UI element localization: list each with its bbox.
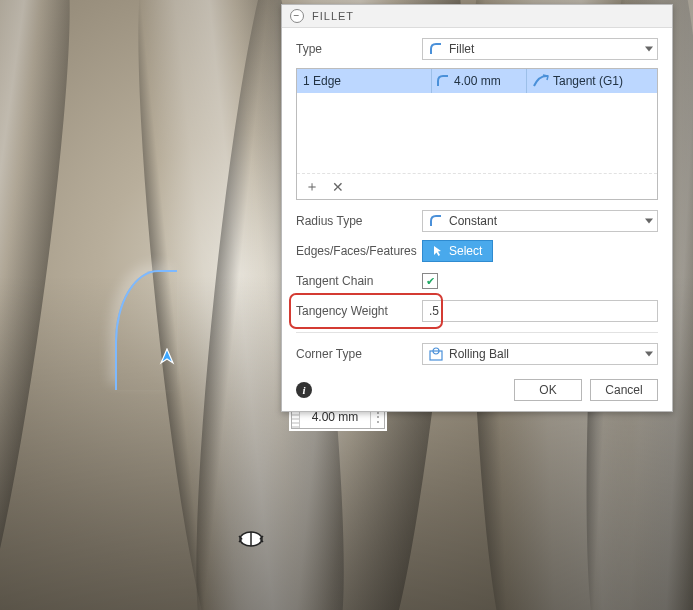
remove-selection-icon[interactable]: ✕ xyxy=(331,179,345,195)
ok-button[interactable]: OK xyxy=(514,379,582,401)
edge-selection-list: 1 Edge 4.00 mm Tangent (G1) ＋ xyxy=(296,68,658,200)
pointer-icon xyxy=(433,245,443,257)
svg-rect-1 xyxy=(430,351,442,360)
panel-header[interactable]: − FILLET xyxy=(282,5,672,28)
edges-label: Edges/Faces/Features xyxy=(296,244,416,258)
tangent-chain-label: Tangent Chain xyxy=(296,274,416,288)
corner-type-label: Corner Type xyxy=(296,347,416,361)
row-corner-type: Corner Type Rolling Ball xyxy=(296,339,658,369)
corner-type-value: Rolling Ball xyxy=(449,347,509,361)
fillet-icon xyxy=(429,42,443,56)
type-label: Type xyxy=(296,42,416,56)
row-radius-type: Radius Type Constant xyxy=(296,206,658,236)
edge-selection-text: 1 Edge xyxy=(303,74,341,88)
edge-continuity-value[interactable]: Tangent (G1) xyxy=(553,74,623,88)
constant-radius-icon xyxy=(429,214,443,228)
type-value: Fillet xyxy=(449,42,474,56)
row-type: Type Fillet xyxy=(296,34,658,64)
row-tangency-weight: Tangency Weight xyxy=(296,296,658,326)
corner-type-dropdown[interactable]: Rolling Ball xyxy=(422,343,658,365)
tangency-weight-input[interactable] xyxy=(422,300,658,322)
chevron-down-icon xyxy=(645,352,653,357)
panel-title: FILLET xyxy=(312,10,354,22)
tangent-icon xyxy=(533,74,549,88)
cancel-button[interactable]: Cancel xyxy=(590,379,658,401)
orbit-indicator-icon[interactable] xyxy=(238,530,264,548)
row-edges: Edges/Faces/Features Select xyxy=(296,236,658,266)
edge-list-empty-area[interactable] xyxy=(297,93,657,173)
select-button-label: Select xyxy=(449,244,482,258)
radius-type-value: Constant xyxy=(449,214,497,228)
panel-footer: i OK Cancel xyxy=(282,373,672,411)
add-selection-icon[interactable]: ＋ xyxy=(305,178,319,196)
edge-list-actions: ＋ ✕ xyxy=(297,173,657,199)
edge-radius-value[interactable]: 4.00 mm xyxy=(454,74,501,88)
chevron-down-icon xyxy=(645,219,653,224)
select-button[interactable]: Select xyxy=(422,240,493,262)
tangency-weight-label: Tangency Weight xyxy=(296,304,416,318)
radius-type-label: Radius Type xyxy=(296,214,416,228)
type-dropdown[interactable]: Fillet xyxy=(422,38,658,60)
row-tangent-chain: Tangent Chain xyxy=(296,266,658,296)
info-icon[interactable]: i xyxy=(296,382,312,398)
cursor-arrow-icon xyxy=(158,348,176,366)
tangent-chain-checkbox[interactable] xyxy=(422,273,438,289)
radius-type-dropdown[interactable]: Constant xyxy=(422,210,658,232)
collapse-icon[interactable]: − xyxy=(290,9,304,23)
fillet-panel: − FILLET Type Fillet 1 Edge xyxy=(281,4,673,412)
chevron-down-icon xyxy=(645,47,653,52)
radius-icon xyxy=(436,74,450,88)
edge-list-row[interactable]: 1 Edge 4.00 mm Tangent (G1) xyxy=(297,69,657,93)
rolling-ball-icon xyxy=(429,347,443,361)
section-divider xyxy=(296,332,658,333)
